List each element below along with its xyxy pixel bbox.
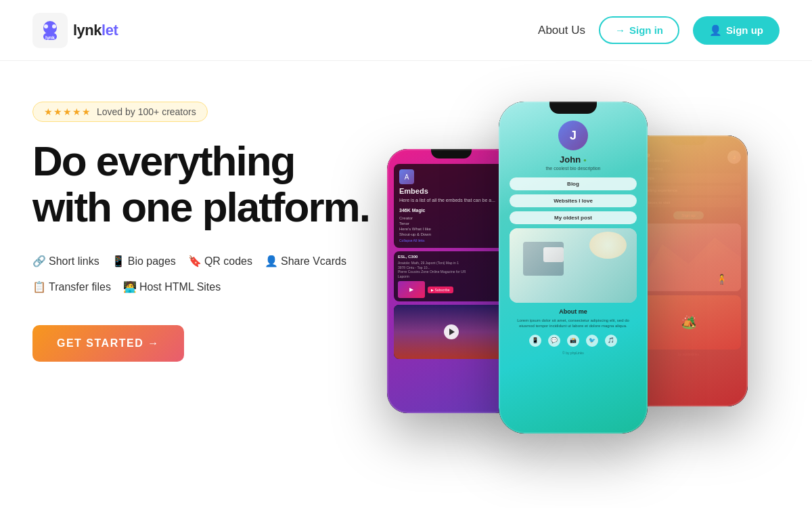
feature-transfer: 📋 Transfer files: [32, 276, 111, 298]
center-link-blog[interactable]: Blog: [510, 177, 637, 190]
powered-by: © by phpLinks: [510, 351, 637, 355]
hero-section: ★★★★★ Loved by 100+ creators Do everythi…: [0, 61, 812, 508]
hero-title: Do everything with one platform.: [32, 138, 384, 230]
social-proof-badge: ★★★★★ Loved by 100+ creators: [32, 102, 208, 122]
tiktok-icon[interactable]: 🎵: [605, 335, 617, 347]
phone-mockups: A Embeds Here is a list of all the embed…: [384, 95, 780, 508]
center-profile-name: John: [560, 154, 581, 165]
feature-vcards: 👤 Share Vcards: [265, 251, 346, 272]
svg-point-2: [52, 24, 56, 28]
signup-button[interactable]: 👤 Sign up: [693, 16, 780, 45]
nav-right: About Us → Sign in 👤 Sign up: [538, 16, 780, 45]
get-started-button[interactable]: GET STARTED →: [32, 325, 184, 362]
bio-icon: 📱: [112, 251, 125, 272]
navbar: lynk lynklet About Us → Sign in 👤 Sign u…: [0, 0, 812, 61]
messenger-icon[interactable]: 💬: [548, 335, 560, 347]
twitter-icon[interactable]: 🐦: [586, 335, 598, 347]
svg-text:lynk: lynk: [45, 35, 55, 41]
html-icon: 🧑‍💻: [123, 276, 137, 298]
online-indicator: ●: [583, 157, 587, 163]
star-rating: ★★★★★: [44, 106, 91, 117]
play-button[interactable]: [444, 324, 459, 339]
embed-title: Embeds: [399, 187, 503, 195]
feature-bio-pages: 📱 Bio pages: [112, 251, 176, 272]
nav-about-link[interactable]: About Us: [538, 24, 585, 37]
center-featured-image: [510, 228, 637, 303]
about-me-section: About me Lorem ipsum dolor sit amet, con…: [510, 308, 637, 355]
feature-short-links: 🔗 Short links: [32, 251, 99, 272]
features-list: 🔗 Short links 📱 Bio pages 🔖 QR codes 👤 S…: [32, 251, 384, 298]
phones-container: A Embeds Here is a list of all the embed…: [374, 81, 793, 508]
badge-text: Loved by 100+ creators: [97, 106, 196, 117]
center-avatar: J: [558, 121, 588, 150]
transfer-icon: 📋: [32, 276, 46, 298]
center-link-websites[interactable]: Websites I love: [510, 194, 637, 207]
phone-center: J John ● the coolest bio description Blo…: [499, 102, 648, 433]
signup-icon: 👤: [709, 24, 722, 37]
signin-icon: →: [615, 24, 625, 36]
signin-button[interactable]: → Sign in: [599, 16, 679, 44]
qr-icon: 🔖: [188, 251, 202, 272]
center-profile-desc: the coolest bio description: [546, 166, 601, 171]
feature-qr-codes: 🔖 QR codes: [188, 251, 252, 272]
svg-point-1: [44, 24, 48, 28]
hero-left: ★★★★★ Loved by 100+ creators Do everythi…: [32, 95, 384, 362]
hiker-image: 🏕️: [636, 295, 741, 350]
whatsapp-icon[interactable]: 📱: [529, 335, 541, 347]
phone-left: A Embeds Here is a list of all the embed…: [387, 149, 516, 413]
logo: lynk lynklet: [32, 13, 118, 48]
logo-text: lynklet: [73, 22, 118, 39]
social-icons: 📱 💬 📸 🐦 🎵: [510, 335, 637, 347]
center-link-post[interactable]: My oldest post: [510, 211, 637, 224]
subscribe-button[interactable]: ▶ Subscribe: [428, 287, 453, 293]
vcard-icon: 👤: [265, 251, 278, 272]
embed-subtitle: Here is a list of all the embeds that ca…: [399, 198, 503, 203]
logo-icon: lynk: [32, 13, 68, 48]
feature-html-sites: 🧑‍💻 Host HTML Sites: [123, 276, 221, 298]
link-icon: 🔗: [32, 251, 46, 272]
instagram-icon[interactable]: 📸: [567, 335, 579, 347]
